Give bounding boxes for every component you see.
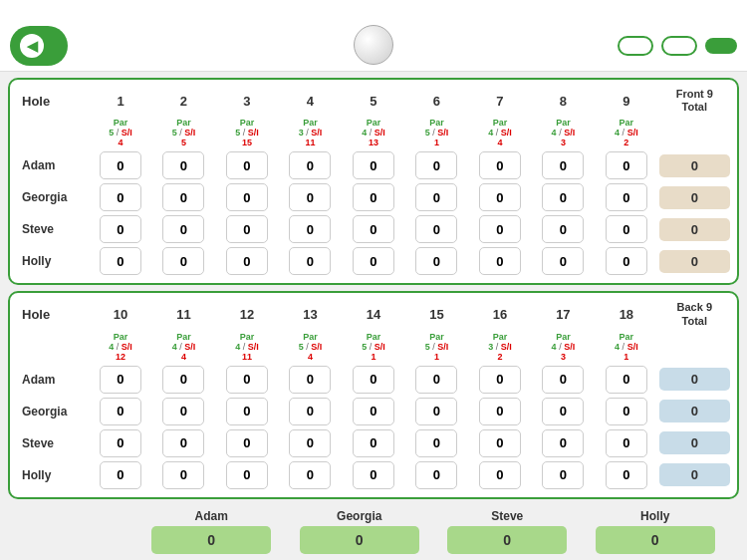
front-total-holly: 0 [659,250,730,273]
front-player-steve-name: Steve [16,213,89,245]
front-score-input-georgia-hole-5[interactable] [353,183,394,211]
back-score-input-adam-hole-16[interactable] [479,366,521,394]
back-arrow-icon: ◀ [20,34,44,58]
front-score-input-adam-hole-9[interactable] [606,151,647,179]
front-score-input-holly-hole-5[interactable] [353,247,394,275]
front-score-input-georgia-hole-2[interactable] [162,183,204,211]
front-score-input-adam-hole-8[interactable] [542,151,584,179]
front-score-input-holly-hole-2[interactable] [162,247,204,275]
back-score-input-adam-hole-14[interactable] [353,366,394,394]
front-score-input-adam-hole-4[interactable] [289,151,331,179]
net-button[interactable] [661,36,697,56]
stable-button[interactable] [705,38,737,54]
front-total-header: Front 9Total [658,86,731,116]
back-total-header: Back 9Total [658,299,731,329]
back-score-input-steve-hole-18[interactable] [606,429,647,457]
back-score-input-steve-hole-17[interactable] [542,429,584,457]
front-score-input-georgia-hole-7[interactable] [479,183,521,211]
back-score-input-georgia-hole-11[interactable] [162,398,204,425]
front-score-input-adam-hole-1[interactable] [100,151,141,179]
back-total-holly: 0 [659,463,730,486]
front-score-input-holly-hole-6[interactable] [415,247,457,275]
front-score-input-holly-hole-4[interactable] [289,247,331,275]
holly-total-name: Holly [640,509,669,523]
front-score-input-holly-hole-7[interactable] [479,247,521,275]
front-nine-table: Hole 1 2 3 4 5 6 7 8 9 Front 9Total Par5… [16,86,731,277]
back-score-input-adam-hole-13[interactable] [289,366,331,394]
hole-16-parsi: Par3 / S/I2 [468,330,531,364]
front-score-input-adam-hole-3[interactable] [226,151,268,179]
hole-9-parsi: Par4 / S/I2 [595,116,657,149]
front-score-input-steve-hole-1[interactable] [100,215,141,243]
back-score-input-holly-hole-11[interactable] [162,461,204,489]
back-score-input-adam-hole-10[interactable] [100,366,141,394]
back-player-holly-name: Holly [16,459,89,491]
front-score-input-holly-hole-3[interactable] [226,247,268,275]
back-score-input-adam-hole-17[interactable] [542,366,584,394]
front-score-input-steve-hole-8[interactable] [542,215,584,243]
back-score-input-holly-hole-18[interactable] [606,461,647,489]
back-button[interactable]: ◀ [10,26,68,66]
hole-8-parsi: Par4 / S/I3 [532,116,595,149]
front-score-input-steve-hole-7[interactable] [479,215,521,243]
full-totals-section: Adam 0 Georgia 0 Steve 0 Holly 0 [8,505,739,558]
back-score-input-holly-hole-13[interactable] [289,461,331,489]
back-score-input-georgia-hole-14[interactable] [353,398,394,425]
back-score-input-holly-hole-14[interactable] [353,461,394,489]
back-score-input-holly-hole-17[interactable] [542,461,584,489]
back-score-input-steve-hole-15[interactable] [415,429,457,457]
front-player-holly-name: Holly [16,245,89,277]
front-total-parsi [658,116,731,149]
front-score-input-georgia-hole-6[interactable] [415,183,457,211]
back-score-input-holly-hole-10[interactable] [100,461,141,489]
front-score-input-steve-hole-2[interactable] [162,215,204,243]
front-score-input-georgia-hole-4[interactable] [289,183,331,211]
back-score-input-holly-hole-16[interactable] [479,461,521,489]
back-score-input-holly-hole-15[interactable] [415,461,457,489]
front-score-input-adam-hole-2[interactable] [162,151,204,179]
back-score-input-georgia-hole-13[interactable] [289,398,331,425]
back-score-input-steve-hole-16[interactable] [479,429,521,457]
back-total-parsi [658,330,731,364]
hole-7-parsi: Par4 / S/I4 [468,116,531,149]
back-score-input-georgia-hole-15[interactable] [415,398,457,425]
back-score-input-georgia-hole-18[interactable] [606,398,647,425]
hole-1-parsi: Par5 / S/I4 [89,116,151,149]
front-score-input-adam-hole-7[interactable] [479,151,521,179]
front-score-input-holly-hole-9[interactable] [606,247,647,275]
front-score-input-steve-hole-4[interactable] [289,215,331,243]
gross-button[interactable] [618,36,653,56]
front-nine-section: Hole 1 2 3 4 5 6 7 8 9 Front 9Total Par5… [8,78,739,285]
front-score-input-adam-hole-6[interactable] [415,151,457,179]
back-score-input-steve-hole-13[interactable] [289,429,331,457]
hole-6-header: 6 [405,86,468,116]
back-score-input-adam-hole-18[interactable] [606,366,647,394]
front-score-input-steve-hole-3[interactable] [226,215,268,243]
back-score-input-georgia-hole-16[interactable] [479,398,521,425]
back-score-input-georgia-hole-10[interactable] [100,398,141,425]
front-score-input-steve-hole-6[interactable] [415,215,457,243]
back-score-input-georgia-hole-17[interactable] [542,398,584,425]
front-score-input-holly-hole-8[interactable] [542,247,584,275]
front-score-input-georgia-hole-8[interactable] [542,183,584,211]
hole-13-parsi: Par5 / S/I4 [279,330,342,364]
front-score-input-holly-hole-1[interactable] [100,247,141,275]
front-score-input-steve-hole-9[interactable] [606,215,647,243]
back-score-input-adam-hole-12[interactable] [226,366,268,394]
back-score-input-steve-hole-11[interactable] [162,429,204,457]
back-score-input-steve-hole-10[interactable] [100,429,141,457]
back-score-input-adam-hole-11[interactable] [162,366,204,394]
back-score-input-steve-hole-14[interactable] [353,429,394,457]
front-score-input-steve-hole-5[interactable] [353,215,394,243]
back-score-input-steve-hole-12[interactable] [226,429,268,457]
hole-5-parsi: Par4 / S/I13 [342,116,404,149]
front-score-input-georgia-hole-3[interactable] [226,183,268,211]
back-score-input-georgia-hole-12[interactable] [226,398,268,425]
hole-1-header: 1 [89,86,151,116]
front-score-input-georgia-hole-1[interactable] [100,183,141,211]
front-score-input-adam-hole-5[interactable] [353,151,394,179]
front-score-input-georgia-hole-9[interactable] [606,183,647,211]
hole-2-header: 2 [152,86,215,116]
back-score-input-holly-hole-12[interactable] [226,461,268,489]
back-score-input-adam-hole-15[interactable] [415,366,457,394]
